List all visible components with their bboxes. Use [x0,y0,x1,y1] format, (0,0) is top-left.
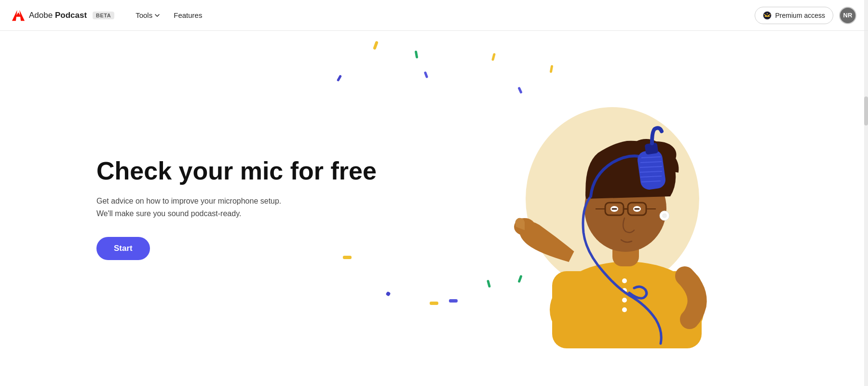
hero-content: Check your mic for free Get advice on ho… [0,157,377,261]
brand-regular: Adobe [29,11,53,20]
features-label: Features [174,11,202,19]
person-illustration [497,69,747,348]
beta-badge: BETA [93,12,114,19]
svg-point-23 [622,298,627,303]
premium-label: Premium access [775,12,825,19]
scrollbar[interactable] [864,0,868,386]
confetti-piece [491,53,496,61]
nav-links: Tools Features [130,7,754,23]
confetti-piece [337,75,342,82]
tools-label: Tools [136,11,152,19]
confetti-piece [449,299,458,303]
hero-subtitle: Get advice on how to improve your microp… [96,195,377,220]
subtitle-line1: Get advice on how to improve your microp… [96,197,281,205]
avatar-initials: NR [843,12,853,19]
brand-name: Adobe Podcast [29,11,87,20]
confetti-piece [430,302,438,305]
user-avatar[interactable]: NR [839,7,856,24]
adobe-logo-icon [12,9,25,22]
svg-point-1 [763,11,771,19]
svg-point-4 [769,14,770,15]
svg-point-2 [764,14,765,15]
confetti-piece [385,291,391,297]
hero-title: Check your mic for free [96,157,377,186]
crown-icon [763,11,772,20]
navbar: Adobe Podcast BETA Tools Features Premi [0,0,868,31]
brand-bold: Podcast [55,11,87,20]
svg-point-20 [662,213,667,218]
premium-access-button[interactable]: Premium access [755,7,833,24]
confetti-piece [487,280,491,288]
confetti-piece [424,71,428,79]
svg-point-3 [766,13,767,14]
scrollbar-thumb[interactable] [864,96,868,125]
main-content: Check your mic for free Get advice on ho… [0,31,868,386]
illustration-container [497,69,747,348]
svg-point-24 [622,307,627,312]
start-button[interactable]: Start [96,237,150,260]
confetti-piece [373,41,379,50]
tools-nav-item[interactable]: Tools [130,7,166,23]
features-nav-item[interactable]: Features [168,7,208,23]
nav-right-area: Premium access NR [755,7,856,24]
hero-illustration [377,31,868,386]
confetti-piece [415,51,419,59]
tools-chevron-icon [154,13,160,18]
subtitle-line2: We'll make sure you sound podcast-ready. [96,209,241,218]
logo-area[interactable]: Adobe Podcast BETA [12,9,114,22]
svg-point-21 [622,278,627,283]
